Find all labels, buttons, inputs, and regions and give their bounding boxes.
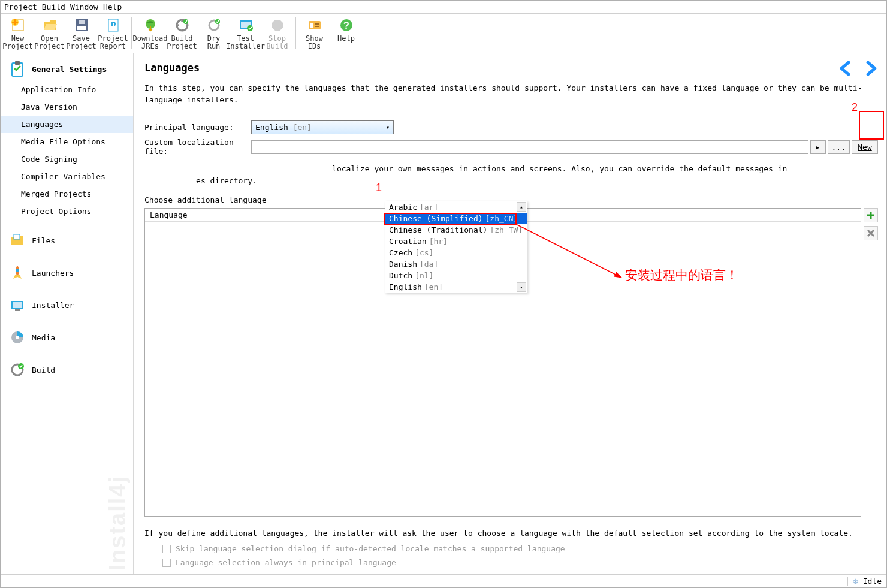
save-icon — [73, 16, 90, 34]
toolbar: New ProjectOpen ProjectSave ProjectProje… — [1, 14, 886, 53]
test-icon — [237, 16, 255, 34]
sidebar: General Settings Application InfoJava Ve… — [1, 53, 134, 574]
menu-bar: Project Build Window Help — [1, 1, 886, 14]
sidebar-section-media[interactable]: Media — [1, 325, 133, 349]
files-icon — [9, 232, 26, 249]
language-dropdown[interactable]: ▴ ▾ Arabic [ar]Chinese (Simplified) [zh_… — [385, 201, 527, 293]
sidebar-item-java-version[interactable]: Java Version — [1, 98, 133, 116]
toolbar-help-button[interactable]: ?Help — [330, 15, 362, 44]
footer-note: If you define additional languages, the … — [144, 523, 878, 542]
principal-language-combo[interactable]: English [en] ▾ — [251, 120, 394, 134]
svg-rect-7 — [113, 23, 114, 26]
th-language: Language — [145, 209, 394, 221]
svg-rect-28 — [13, 302, 22, 308]
nav-prev-button[interactable] — [834, 57, 856, 80]
status-bar: ❄ Idle — [1, 574, 886, 587]
toolbar-download-button[interactable]: Download JREs — [134, 15, 166, 52]
svg-marker-16 — [272, 20, 283, 31]
sidebar-item-merged-projects[interactable]: Merged Projects — [1, 185, 133, 203]
menu-build[interactable]: Build — [42, 2, 65, 11]
launchers-icon — [9, 264, 26, 281]
dropdown-item-danish[interactable]: Danish [da] — [385, 258, 527, 270]
sidebar-section-launchers[interactable]: Launchers — [1, 261, 133, 285]
sidebar-item-project-options[interactable]: Project Options — [1, 203, 133, 220]
toolbar-report-button[interactable]: Project Report — [97, 15, 129, 52]
svg-rect-19 — [315, 23, 319, 25]
menu-project[interactable]: Project — [4, 2, 37, 11]
add-language-button[interactable] — [864, 208, 878, 222]
toolbar-open-button[interactable]: Open Project — [34, 15, 65, 52]
history-button[interactable]: ▸ — [810, 140, 826, 154]
svg-text:?: ? — [343, 20, 349, 31]
menu-window[interactable]: Window — [70, 2, 98, 11]
ids-icon — [306, 16, 324, 34]
chevron-down-icon: ▾ — [386, 124, 390, 131]
skip-dialog-label: Skip language selection dialog if auto-d… — [176, 544, 565, 553]
annotation-text: 安装过程中的语言！ — [625, 267, 738, 284]
scroll-down-icon[interactable]: ▾ — [517, 282, 526, 292]
build2-icon — [9, 361, 26, 378]
toolbar-test-button[interactable]: Test Installer — [230, 15, 261, 52]
build-icon — [173, 16, 191, 34]
new-icon — [9, 16, 27, 34]
svg-rect-3 — [77, 26, 86, 30]
sidebar-item-code-signing[interactable]: Code Signing — [1, 150, 133, 168]
principal-lang-checkbox-row[interactable]: Language selection always in principal l… — [144, 556, 878, 574]
stop-icon — [268, 16, 286, 34]
new-button[interactable]: New — [852, 140, 878, 154]
svg-rect-4 — [79, 20, 85, 24]
toolbar-dry-button[interactable]: Dry Run — [198, 15, 230, 52]
status-idle: Idle — [863, 577, 882, 586]
label-custom-localization: Custom localization file: — [144, 138, 251, 156]
principal-lang-label: Language selection always in principal l… — [176, 558, 396, 567]
page-description: In this step, you can specify the langua… — [144, 82, 878, 106]
menu-help[interactable]: Help — [103, 2, 122, 11]
download-icon — [141, 16, 159, 34]
annotation-1: 1 — [376, 182, 382, 194]
dry-icon — [205, 16, 223, 34]
dropdown-item-czech[interactable]: Czech [cs] — [385, 247, 527, 258]
nav-next-button[interactable] — [860, 57, 883, 80]
dropdown-item-arabic[interactable]: Arabic [ar] — [385, 201, 527, 213]
installer-icon — [9, 297, 26, 313]
svg-rect-20 — [315, 26, 319, 27]
toolbar-ids-button[interactable]: Show IDs — [298, 15, 330, 52]
page-title: Languages — [144, 62, 878, 74]
label-principal-language: Principal language: — [144, 123, 251, 132]
annotation-2: 2 — [852, 101, 858, 114]
media-icon — [9, 329, 26, 346]
scroll-up-icon[interactable]: ▴ — [517, 202, 526, 212]
sidebar-item-application-info[interactable]: Application Info — [1, 81, 133, 98]
sidebar-section-general[interactable]: General Settings — [1, 57, 133, 81]
sidebar-section-installer[interactable]: Installer — [1, 293, 133, 317]
main-panel: Languages In this step, you can specify … — [134, 53, 886, 574]
watermark: Install4j — [105, 475, 131, 571]
sidebar-item-media-file-options[interactable]: Media File Options — [1, 133, 133, 150]
dropdown-item-chinese-simplified-[interactable]: Chinese (Simplified) [zh_CN] — [385, 213, 527, 224]
dropdown-item-chinese-traditional-[interactable]: Chinese (Traditional) [zh_TW] — [385, 224, 527, 236]
browse-button[interactable]: ... — [828, 140, 850, 154]
svg-point-26 — [16, 269, 19, 272]
label-additional-languages: Choose additional language — [144, 195, 267, 204]
dropdown-item-dutch[interactable]: Dutch [nl] — [385, 270, 527, 281]
localization-hint: With a custom localization file you can … — [144, 163, 878, 187]
custom-localization-input[interactable] — [251, 140, 808, 154]
toolbar-stop-button: Stop Build — [261, 15, 293, 52]
toolbar-new-button[interactable]: New Project — [2, 15, 34, 52]
sidebar-section-label: General Settings — [32, 65, 107, 74]
svg-rect-29 — [15, 309, 20, 311]
sidebar-section-build[interactable]: Build — [1, 358, 133, 382]
sidebar-item-compiler-variables[interactable]: Compiler Variables — [1, 168, 133, 185]
skip-dialog-checkbox-row[interactable]: Skip language selection dialog if auto-d… — [144, 542, 878, 556]
dropdown-item-english[interactable]: English [en] — [385, 281, 527, 293]
toolbar-build-button[interactable]: Build Project — [166, 15, 198, 52]
sidebar-item-languages[interactable]: Languages — [1, 116, 133, 133]
clipboard-icon — [9, 61, 26, 77]
sidebar-section-files[interactable]: Files — [1, 228, 133, 252]
snowflake-icon: ❄ — [853, 577, 858, 586]
svg-rect-18 — [310, 23, 313, 28]
dropdown-item-croatian[interactable]: Croatian [hr] — [385, 236, 527, 247]
toolbar-save-button[interactable]: Save Project — [65, 15, 97, 52]
help-icon: ? — [337, 16, 355, 34]
remove-language-button[interactable] — [864, 226, 878, 240]
